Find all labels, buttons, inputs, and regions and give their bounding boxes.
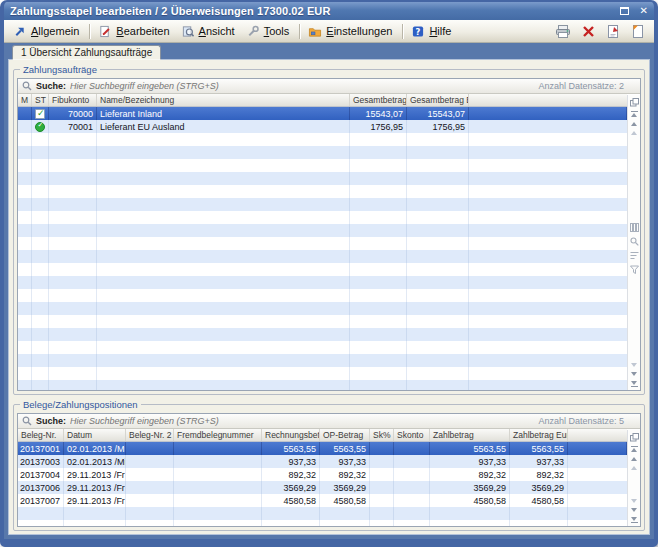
table-row-empty[interactable] bbox=[18, 315, 627, 328]
scroll-page-up-icon[interactable] bbox=[631, 466, 637, 470]
column-header-datum[interactable]: Datum bbox=[64, 429, 126, 441]
cell bbox=[97, 367, 350, 380]
column-header-gesamtbetrag-euro[interactable]: Gesamtbetrag Euro bbox=[407, 94, 469, 106]
menu-item-einstellungen[interactable]: Einstellungen bbox=[304, 23, 398, 40]
column-chooser-icon[interactable] bbox=[630, 96, 639, 108]
table-row-empty[interactable] bbox=[18, 211, 627, 224]
table-row-empty[interactable] bbox=[18, 159, 627, 172]
menu-item-tools[interactable]: Tools bbox=[242, 23, 296, 40]
table-row-empty[interactable] bbox=[18, 302, 627, 315]
cell bbox=[18, 159, 32, 172]
cell bbox=[97, 133, 350, 146]
table-row-empty[interactable] bbox=[18, 185, 627, 198]
table-row-empty[interactable] bbox=[18, 507, 627, 520]
new-document-icon[interactable] bbox=[630, 24, 646, 39]
cell bbox=[350, 146, 407, 159]
scroll-first-icon[interactable] bbox=[631, 446, 638, 452]
column-header-beleg-nr-2[interactable]: Beleg-Nr. 2 bbox=[126, 429, 174, 441]
column-header-zahlbetrag[interactable]: Zahlbetrag bbox=[430, 429, 510, 441]
grid-filter-icon[interactable] bbox=[630, 265, 639, 274]
positions-search-input[interactable] bbox=[70, 416, 534, 426]
scroll-last-icon[interactable] bbox=[631, 517, 638, 523]
tab-uebersicht-zahlungsauftraege[interactable]: 1 Übersicht Zahlungsaufträge bbox=[12, 45, 161, 60]
menu-item-allgemein[interactable]: Allgemein bbox=[9, 23, 85, 40]
table-row[interactable]: 2013700729.11.2013 /Fr4580,584580,584580… bbox=[18, 494, 627, 507]
column-header-beleg-nr-[interactable]: Beleg-Nr. bbox=[18, 429, 64, 441]
print-icon[interactable] bbox=[555, 24, 571, 39]
column-header-st[interactable]: ST bbox=[32, 94, 49, 106]
scroll-first-icon[interactable] bbox=[631, 111, 638, 117]
scroll-page-down-icon[interactable] bbox=[631, 363, 637, 367]
grid-columns-icon[interactable] bbox=[630, 223, 639, 232]
column-header-fibukonto[interactable]: Fibukonto bbox=[49, 94, 97, 106]
table-row-empty[interactable] bbox=[18, 354, 627, 367]
cell bbox=[18, 198, 32, 211]
menu-item-ansicht[interactable]: Ansicht bbox=[177, 23, 241, 40]
table-row[interactable]: 2013700629.11.2013 /Fr3569,293569,293569… bbox=[18, 481, 627, 494]
cell bbox=[49, 250, 97, 263]
column-header-rechnungsbetrag[interactable]: Rechnungsbetrag bbox=[262, 429, 320, 441]
cell bbox=[97, 276, 350, 289]
maximize-button[interactable] bbox=[618, 5, 631, 17]
table-row-empty[interactable] bbox=[18, 380, 627, 390]
scroll-down-icon[interactable] bbox=[631, 508, 637, 512]
column-header-gesamtbetrag[interactable]: Gesamtbetrag bbox=[350, 94, 407, 106]
table-row-empty[interactable] bbox=[18, 263, 627, 276]
scroll-down-icon[interactable] bbox=[631, 372, 637, 376]
scroll-page-down-icon[interactable] bbox=[631, 499, 637, 503]
table-row-empty[interactable] bbox=[18, 172, 627, 185]
delete-icon[interactable] bbox=[580, 24, 596, 39]
scroll-last-icon[interactable] bbox=[631, 381, 638, 387]
table-row[interactable]: 70000Lieferant Inland15543,0715543,07 bbox=[18, 107, 627, 120]
table-row-empty[interactable] bbox=[18, 328, 627, 341]
cell bbox=[49, 276, 97, 289]
cell: 3569,29 bbox=[262, 481, 320, 494]
table-row-empty[interactable] bbox=[18, 133, 627, 146]
scroll-page-up-icon[interactable] bbox=[631, 131, 637, 135]
scroll-up-icon[interactable] bbox=[631, 122, 637, 126]
column-header-zahlbetrag-euro[interactable]: Zahlbetrag Euro bbox=[510, 429, 568, 441]
cell bbox=[407, 341, 469, 354]
close-button[interactable]: ✕ bbox=[638, 5, 650, 17]
table-row-empty[interactable] bbox=[18, 146, 627, 159]
table-row-empty[interactable] bbox=[18, 250, 627, 263]
cell: 892,32 bbox=[430, 468, 510, 481]
menu-item-hilfe[interactable]: ? Hilfe bbox=[407, 23, 457, 40]
table-row-empty[interactable] bbox=[18, 520, 627, 526]
column-header-op-betrag[interactable]: OP-Betrag bbox=[320, 429, 370, 441]
belege-group-title: Belege/Zahlungspositionen bbox=[20, 399, 141, 410]
table-row-empty[interactable] bbox=[18, 367, 627, 380]
table-row[interactable]: 2013700429.11.2013 /Fr892,32892,32892,32… bbox=[18, 468, 627, 481]
cell bbox=[568, 507, 627, 520]
title-bar[interactable]: Zahlungsstapel bearbeiten / 2 Überweisun… bbox=[4, 2, 654, 20]
column-header-skonto[interactable]: Skonto bbox=[394, 429, 430, 441]
column-chooser-icon[interactable] bbox=[630, 431, 639, 443]
menu-item-bearbeiten[interactable]: Bearbeiten bbox=[94, 23, 175, 40]
column-header-sk-[interactable]: Sk% bbox=[370, 429, 394, 441]
cell bbox=[407, 328, 469, 341]
cell bbox=[350, 302, 407, 315]
table-row-empty[interactable] bbox=[18, 224, 627, 237]
main-panel: Zahlungsaufträge Suche: Anzahl Datensätz… bbox=[9, 60, 649, 534]
table-row[interactable]: 70001Lieferant EU Ausland1756,951756,95 bbox=[18, 120, 627, 133]
cell bbox=[510, 520, 568, 526]
table-row[interactable]: 2013700302.01.2013 /Mi937,33937,33937,33… bbox=[18, 455, 627, 468]
export-document-icon[interactable] bbox=[605, 24, 621, 39]
doc-check-icon bbox=[35, 109, 45, 119]
table-row-empty[interactable] bbox=[18, 289, 627, 302]
arrow-up-right-icon bbox=[13, 25, 27, 38]
column-header-fremdbelegnummer[interactable]: Fremdbelegnummer bbox=[174, 429, 262, 441]
column-header-m[interactable]: M bbox=[18, 94, 32, 106]
table-row-empty[interactable] bbox=[18, 341, 627, 354]
table-row-empty[interactable] bbox=[18, 276, 627, 289]
cell bbox=[32, 237, 49, 250]
table-row-empty[interactable] bbox=[18, 198, 627, 211]
grid-sort-icon[interactable] bbox=[630, 251, 639, 260]
grid-search-icon[interactable] bbox=[630, 237, 639, 246]
table-row[interactable]: 2013700102.01.2013 /Mi5563,555563,555563… bbox=[18, 442, 627, 455]
column-header-name-bezeichnung[interactable]: Name/Bezeichnung bbox=[97, 94, 350, 106]
payments-search-input[interactable] bbox=[70, 81, 534, 91]
table-row-empty[interactable] bbox=[18, 237, 627, 250]
scroll-up-icon[interactable] bbox=[631, 457, 637, 461]
cell bbox=[97, 159, 350, 172]
